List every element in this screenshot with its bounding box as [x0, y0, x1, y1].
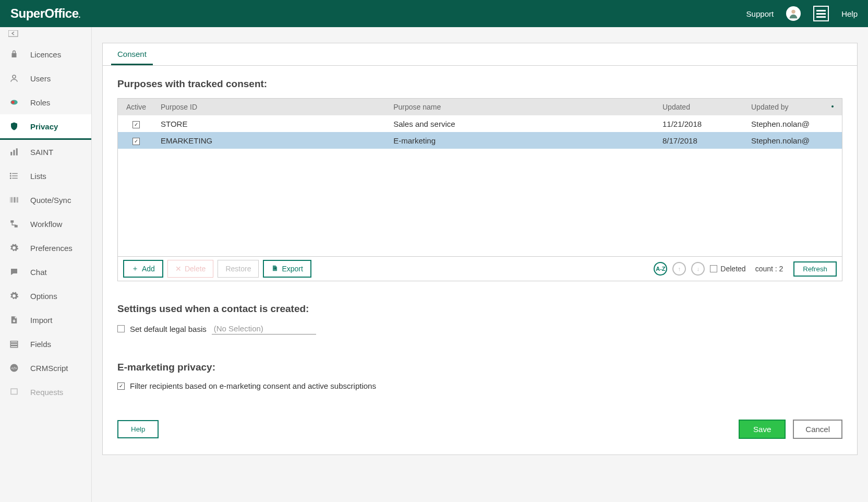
table-row[interactable]: ✓ EMARKETING E-marketing 8/17/2018 Steph…: [118, 132, 842, 149]
menu-button[interactable]: [813, 6, 829, 21]
sidebar-item-requests[interactable]: Requests: [0, 380, 91, 404]
svg-rect-6: [14, 150, 15, 156]
add-button[interactable]: ＋Add: [123, 260, 163, 278]
checkbox-icon[interactable]: ✓: [132, 121, 140, 128]
filter-label: Filter recipients based on e-marketing c…: [130, 381, 376, 390]
sidebar-item-saint[interactable]: SAINT: [0, 140, 91, 164]
sidebar-item-lists[interactable]: Lists: [0, 164, 91, 188]
set-default-checkbox[interactable]: [117, 325, 125, 332]
support-link[interactable]: Support: [746, 9, 774, 18]
sidebar-item-privacy[interactable]: Privacy: [0, 114, 91, 140]
sidebar-item-preferences[interactable]: Preferences: [0, 236, 91, 260]
col-purpose-name[interactable]: Purpose name: [387, 99, 656, 115]
svg-point-11: [10, 173, 11, 174]
svg-rect-17: [14, 197, 15, 203]
move-up-button[interactable]: ↑: [672, 262, 686, 276]
sidebar-item-label: Fields: [30, 340, 51, 349]
save-button[interactable]: Save: [739, 420, 786, 439]
sidebar-item-roles[interactable]: Roles: [0, 90, 91, 114]
cell-updated-by: Stephen.nolan@: [745, 115, 842, 132]
x-icon: ✕: [175, 265, 182, 273]
user-icon: [8, 74, 20, 83]
tab-consent[interactable]: Consent: [111, 43, 153, 65]
sidebar-item-label: Workflow: [30, 220, 62, 229]
settings-title: Settings used when a contact is created:: [117, 303, 842, 315]
sidebar-item-label: CRMScript: [30, 364, 68, 373]
checkbox-icon[interactable]: ✓: [132, 138, 140, 145]
col-updated[interactable]: Updated: [656, 99, 745, 115]
cell-purpose-name: E-marketing: [387, 132, 656, 149]
cell-updated: 8/17/2018: [656, 132, 745, 149]
sidebar-item-label: SAINT: [30, 148, 53, 157]
deleted-filter[interactable]: Deleted: [710, 265, 745, 273]
sidebar-item-label: Licences: [30, 50, 61, 59]
sidebar-item-options[interactable]: Options: [0, 284, 91, 308]
svg-rect-5: [10, 152, 12, 156]
app-header: SuperOffice. Support Help: [0, 0, 868, 27]
cell-updated-by: Stephen.nolan@: [745, 132, 842, 149]
sidebar-item-crmscript[interactable]: </> CRMScript: [0, 356, 91, 380]
sidebar-item-label: Quote/Sync: [30, 196, 71, 205]
svg-rect-20: [10, 220, 14, 223]
count-label: count : 2: [755, 265, 783, 273]
svg-rect-23: [10, 343, 18, 345]
export-button[interactable]: Export: [263, 260, 311, 278]
main-panel: Consent Purposes with tracked consent: A…: [102, 43, 858, 455]
sidebar-item-label: Options: [30, 292, 57, 301]
svg-rect-7: [16, 148, 18, 156]
checkbox-icon[interactable]: [710, 265, 717, 272]
chat-icon: [8, 267, 20, 277]
help-link[interactable]: Help: [841, 9, 858, 18]
chart-icon: [8, 147, 20, 157]
col-active[interactable]: Active: [118, 99, 154, 115]
col-purpose-id[interactable]: Purpose ID: [154, 99, 387, 115]
purposes-table: Active Purpose ID Purpose name Updated U…: [117, 98, 842, 281]
sidebar-item-label: Import: [30, 316, 53, 325]
list-icon: [8, 171, 20, 181]
move-down-button[interactable]: ↓: [691, 262, 705, 276]
collapse-sidebar-button[interactable]: [0, 27, 91, 42]
lock-icon: [8, 50, 20, 59]
sidebar-item-workflow[interactable]: Workflow: [0, 212, 91, 236]
sidebar-item-label: Privacy: [30, 122, 58, 131]
fields-icon: [8, 339, 20, 349]
svg-point-2: [13, 75, 16, 78]
cell-purpose-id: STORE: [154, 115, 387, 132]
refresh-button[interactable]: Refresh: [793, 261, 837, 277]
svg-rect-19: [17, 197, 18, 203]
cell-updated: 11/21/2018: [656, 115, 745, 132]
restore-button: Restore: [218, 260, 259, 278]
svg-point-4: [11, 101, 15, 104]
col-settings-icon[interactable]: [823, 99, 842, 115]
cell-purpose-id: EMARKETING: [154, 132, 387, 149]
svg-rect-14: [10, 197, 11, 203]
svg-text:</>: </>: [11, 366, 17, 370]
cell-purpose-name: Sales and service: [387, 115, 656, 132]
roles-icon: [8, 98, 20, 107]
sidebar-item-import[interactable]: Import: [0, 308, 91, 332]
user-avatar[interactable]: [786, 6, 801, 21]
shield-icon: [8, 122, 20, 131]
col-updated-by[interactable]: Updated by: [745, 99, 823, 115]
requests-icon: [8, 387, 20, 397]
delete-button: ✕Delete: [167, 260, 213, 278]
svg-rect-18: [16, 197, 17, 203]
sidebar-item-quotesync[interactable]: Quote/Sync: [0, 188, 91, 212]
sidebar-item-licences[interactable]: Licences: [0, 42, 91, 66]
sidebar-item-label: Roles: [30, 98, 50, 107]
sidebar-item-fields[interactable]: Fields: [0, 332, 91, 356]
sidebar-item-label: Requests: [30, 388, 63, 397]
svg-rect-24: [10, 346, 18, 348]
help-button[interactable]: Help: [117, 420, 159, 438]
table-row[interactable]: ✓ STORE Sales and service 11/21/2018 Ste…: [118, 115, 842, 132]
emarketing-title: E-marketing privacy:: [117, 362, 842, 373]
legal-basis-dropdown[interactable]: (No Selection): [212, 323, 316, 334]
sort-az-button[interactable]: A-Z: [654, 262, 667, 276]
sidebar-item-users[interactable]: Users: [0, 66, 91, 90]
barcode-icon: [8, 195, 20, 205]
purposes-title: Purposes with tracked consent:: [117, 78, 842, 90]
cancel-button[interactable]: Cancel: [793, 420, 842, 439]
sidebar-item-chat[interactable]: Chat: [0, 260, 91, 284]
filter-checkbox[interactable]: ✓: [117, 383, 125, 390]
svg-rect-1: [8, 30, 18, 37]
